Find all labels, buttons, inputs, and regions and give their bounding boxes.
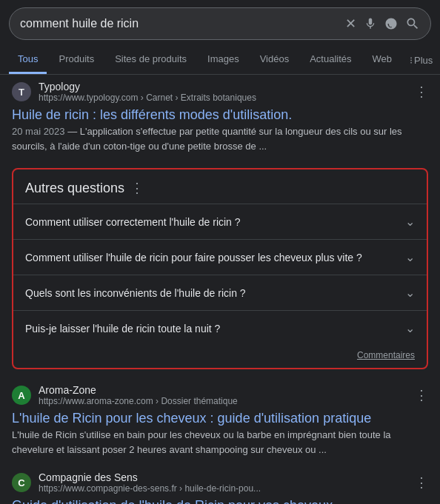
lens-icon[interactable] [384,17,398,30]
source-info: Compagnie des Sens https://www.compagnie… [39,471,407,494]
source-name: Compagnie des Sens [39,471,407,483]
result-item: A Aroma-Zone https://www.aroma-zone.com … [12,384,428,457]
result-title[interactable]: Guide d'utilisation de l'huile de Ricin … [12,498,333,504]
autres-questions-more-button[interactable]: ⋮ [130,180,144,196]
question-text: Quels sont les inconvénients de l'huile … [25,287,246,299]
autres-questions-box: Autres questions ⋮ Comment utiliser corr… [12,168,428,369]
question-row[interactable]: Comment utiliser l'huile de ricin pour f… [13,239,427,275]
commentaires-row: Commentaires [13,346,427,368]
result-source: A Aroma-Zone https://www.aroma-zone.com … [12,384,428,406]
question-text: Comment utiliser correctement l'huile de… [25,216,241,228]
result-source: T Typology https://www.typology.com › Ca… [12,81,428,103]
mic-icon[interactable] [364,17,377,30]
tab-videos[interactable]: Vidéos [251,46,299,74]
result-title[interactable]: L'huile de Ricin pour les cheveux : guid… [12,411,371,426]
question-text: Puis-je laisser l'huile de ricin toute l… [25,323,220,335]
question-row[interactable]: Quels sont les inconvénients de l'huile … [13,275,427,310]
tab-tous[interactable]: Tous [9,46,47,74]
clear-icon[interactable]: ✕ [345,16,356,32]
tab-produits[interactable]: Produits [50,46,103,74]
question-row[interactable]: Comment utiliser correctement l'huile de… [13,204,427,239]
result-more-button[interactable]: ⋮ [415,474,428,491]
source-url: https://www.typology.com › Carnet › Extr… [39,93,407,103]
tab-web[interactable]: Web [364,46,401,74]
favicon: A [12,386,31,405]
result-title[interactable]: Huile de ricin : les différents modes d'… [12,107,292,122]
question-text: Comment utiliser l'huile de ricin pour f… [25,252,362,263]
chevron-down-icon: ⌄ [405,321,415,335]
tab-images[interactable]: Images [199,46,248,74]
search-bar[interactable]: ✕ [9,7,431,40]
nav-tabs: Tous Produits Sites de produits Images V… [0,46,440,75]
source-url: https://www.compagnie-des-sens.fr › huil… [39,483,407,494]
result-date: 20 mai 2023 [12,126,65,137]
search-input[interactable] [20,17,345,30]
result-item: C Compagnie des Sens https://www.compagn… [12,471,428,504]
chevron-down-icon: ⌄ [405,215,415,229]
result-more-button[interactable]: ⋮ [415,387,428,403]
commentaires-link[interactable]: Commentaires [357,350,415,360]
favicon: C [12,473,31,492]
chevron-down-icon: ⌄ [405,286,415,300]
autres-questions-header: Autres questions ⋮ [13,169,427,204]
source-info: Aroma-Zone https://www.aroma-zone.com › … [39,384,407,406]
results-area: T Typology https://www.typology.com › Ca… [0,75,440,504]
search-submit-icon[interactable] [405,16,420,31]
tab-actualites[interactable]: Actualités [301,46,360,74]
more-button[interactable]: ⁝ Plus [404,47,439,73]
autres-questions-title: Autres questions [25,181,124,196]
source-url: https://www.aroma-zone.com › Dossier thé… [39,396,407,406]
result-more-button[interactable]: ⋮ [415,84,428,100]
result-snippet: 20 mai 2023 — L'application s'effectue p… [12,124,428,153]
result-item: T Typology https://www.typology.com › Ca… [12,81,428,153]
result-snippet: L'huile de Ricin s'utilise en bain pour … [12,428,428,457]
favicon: T [12,82,31,101]
source-name: Aroma-Zone [39,384,407,396]
tab-sites[interactable]: Sites de produits [106,46,196,74]
chevron-down-icon: ⌄ [405,250,415,264]
result-source: C Compagnie des Sens https://www.compagn… [12,471,428,494]
result-snippet-text: — L'application s'effectue par petite qu… [12,126,402,152]
source-name: Typology [39,81,407,93]
question-row[interactable]: Puis-je laisser l'huile de ricin toute l… [13,310,427,346]
source-info: Typology https://www.typology.com › Carn… [39,81,407,103]
